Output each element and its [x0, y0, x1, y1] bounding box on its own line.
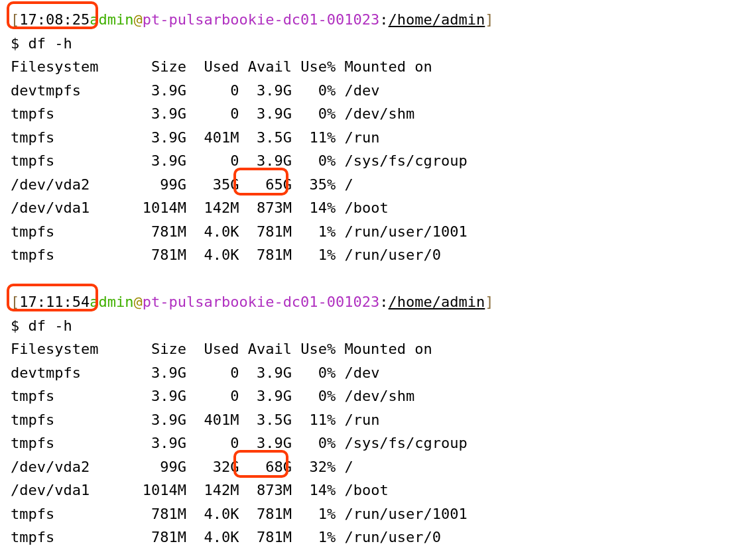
df-header-fs: Filesystem: [11, 58, 98, 75]
df-row: /dev/vda1 1014M 142M 873M 14% /boot: [11, 199, 389, 216]
df-header-fs: Filesystem: [11, 341, 98, 357]
df-block-2: [17:11:54admin@pt-pulsarbookie-dc01-0010…: [11, 290, 756, 549]
df-header-avail: Avail: [248, 58, 292, 75]
terminal-output: [17:08:25admin@pt-pulsarbookie-dc01-0010…: [11, 8, 756, 549]
prompt-time: 17:11:54: [19, 294, 90, 310]
at-icon: @: [133, 294, 142, 310]
prompt-host: pt-pulsarbookie-dc01-001023: [143, 294, 380, 310]
df-header-avail: Avail: [248, 341, 292, 357]
prompt-close-bracket: ]: [485, 11, 493, 28]
df-row: tmpfs 781M 4.0K 781M 1% /run/user/1001: [11, 223, 468, 240]
at-icon: @: [133, 11, 142, 28]
df-row: tmpfs 781M 4.0K 781M 1% /run/user/0: [11, 529, 441, 545]
command-line: $ df -h: [11, 35, 72, 52]
df-header-usep: Use%: [300, 58, 336, 75]
df-row: tmpfs 3.9G 0 3.9G 0% /sys/fs/cgroup: [11, 152, 468, 169]
df-header-size: Size: [151, 341, 186, 357]
df-row: /dev/vda2 99G 35G 65G 35% /: [11, 176, 353, 193]
df-header-mount: Mounted on: [344, 58, 432, 75]
prompt-path: /home/admin: [389, 11, 485, 28]
df-row: devtmpfs 3.9G 0 3.9G 0% /dev: [11, 364, 379, 381]
df-row: /dev/vda2 99G 32G 68G 32% /: [11, 459, 353, 475]
df-row: tmpfs 3.9G 401M 3.5G 11% /run: [11, 129, 379, 146]
prompt-user: admin: [90, 11, 133, 28]
df-header-used: Used: [204, 58, 239, 75]
df-header-mount: Mounted on: [344, 341, 432, 357]
prompt-time: 17:08:25: [19, 11, 90, 28]
df-header-used: Used: [204, 341, 239, 357]
prompt-open-bracket: [: [11, 294, 19, 310]
df-header-usep: Use%: [300, 341, 336, 357]
command-line: $ df -h: [11, 317, 72, 334]
prompt-user: admin: [90, 294, 133, 310]
prompt-host: pt-pulsarbookie-dc01-001023: [143, 11, 380, 28]
df-row: /dev/vda1 1014M 142M 873M 14% /boot: [11, 482, 389, 498]
prompt-open-bracket: [: [11, 11, 19, 28]
prompt-path: /home/admin: [389, 294, 485, 310]
prompt-close-bracket: ]: [485, 294, 493, 310]
df-row: tmpfs 781M 4.0K 781M 1% /run/user/0: [11, 247, 441, 263]
df-row: tmpfs 3.9G 0 3.9G 0% /sys/fs/cgroup: [11, 435, 468, 451]
df-row: tmpfs 3.9G 0 3.9G 0% /dev/shm: [11, 105, 414, 122]
df-block-1: [17:08:25admin@pt-pulsarbookie-dc01-0010…: [11, 8, 756, 267]
df-row: tmpfs 781M 4.0K 781M 1% /run/user/1001: [11, 506, 468, 522]
df-row: tmpfs 3.9G 0 3.9G 0% /dev/shm: [11, 388, 414, 404]
df-row: tmpfs 3.9G 401M 3.5G 11% /run: [11, 412, 379, 428]
df-header-size: Size: [151, 58, 186, 75]
df-row: devtmpfs 3.9G 0 3.9G 0% /dev: [11, 82, 379, 99]
